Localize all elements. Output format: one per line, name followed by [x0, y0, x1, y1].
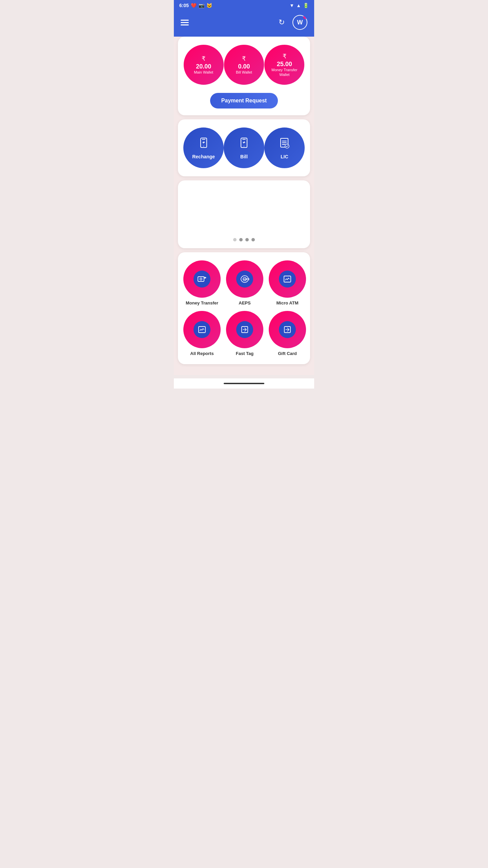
gift-card-label: Gift Card: [278, 351, 297, 356]
lic-service-bubble[interactable]: LIC: [264, 127, 305, 168]
avatar: W: [293, 16, 307, 29]
money-transfer-icon: [194, 271, 210, 288]
recharge-label: Rechange: [192, 154, 215, 159]
service-card: Rechange Bill: [178, 119, 310, 176]
home-indicator: [174, 378, 314, 389]
gift-card-icon: [279, 321, 296, 338]
sim-icon: 📷: [199, 3, 204, 8]
money-transfer-circle: [183, 260, 221, 298]
rupee-icon-main: ₹: [202, 55, 205, 62]
recharge-icon: [198, 137, 210, 151]
features-grid: Money Transfer AEPS AE: [183, 260, 305, 356]
transfer-wallet-bubble[interactable]: ₹ 25.00 Money Transfer Wallet: [264, 45, 304, 85]
all-reports-icon: [194, 321, 210, 338]
features-card: Money Transfer AEPS AE: [178, 252, 310, 364]
gift-card-feature[interactable]: Gift Card: [269, 311, 306, 356]
all-reports-feature[interactable]: All Reports: [183, 311, 221, 356]
signal-icon: ▲: [296, 3, 301, 8]
money-transfer-label: Money Transfer: [186, 300, 218, 305]
bill-wallet-label: Bill Wallet: [234, 70, 254, 75]
lic-label: LIC: [281, 154, 288, 159]
home-bar: [224, 383, 264, 384]
service-bubbles: Rechange Bill: [183, 127, 305, 168]
fast-tag-circle: [226, 311, 263, 348]
main-wallet-amount: 20.00: [196, 63, 211, 70]
fast-tag-label: Fast Tag: [236, 351, 254, 356]
micro-atm-feature[interactable]: Micro ATM: [269, 260, 306, 305]
main-wallet-label: Main Wallet: [192, 70, 215, 75]
banner-card: [178, 180, 310, 248]
rupee-icon-transfer: ₹: [283, 53, 286, 60]
micro-atm-label: Micro ATM: [277, 300, 299, 305]
notification-icon: ❤️: [191, 3, 197, 8]
wallet-card: ₹ 20.00 Main Wallet ₹ 0.00 Bill Wallet ₹…: [178, 37, 310, 115]
rupee-icon-bill: ₹: [242, 55, 246, 62]
money-transfer-feature[interactable]: Money Transfer: [183, 260, 221, 305]
transfer-wallet-label: Money Transfer Wallet: [264, 68, 304, 77]
fast-tag-feature[interactable]: Fast Tag: [226, 311, 263, 356]
gift-card-circle: [269, 311, 306, 348]
hamburger-menu[interactable]: [181, 20, 189, 25]
aeps-circle: AEPS: [226, 260, 263, 298]
micro-atm-icon: [279, 271, 296, 288]
transfer-wallet-amount: 25.00: [277, 61, 292, 68]
carousel-dot-1[interactable]: [233, 238, 237, 241]
payment-request-button[interactable]: Payment Request: [210, 93, 278, 108]
carousel-dots: [233, 238, 255, 241]
all-reports-circle: [183, 311, 221, 348]
aeps-icon: AEPS: [236, 271, 253, 288]
all-reports-label: All Reports: [190, 351, 214, 356]
bill-wallet-bubble[interactable]: ₹ 0.00 Bill Wallet: [224, 45, 264, 85]
profile-avatar-button[interactable]: W: [292, 15, 307, 30]
aeps-feature[interactable]: AEPS AEPS: [226, 260, 263, 305]
refresh-button[interactable]: ↻: [276, 16, 288, 28]
bill-wallet-amount: 0.00: [238, 63, 250, 70]
svg-point-5: [200, 278, 202, 280]
main-content: ₹ 20.00 Main Wallet ₹ 0.00 Bill Wallet ₹…: [174, 37, 314, 375]
svg-rect-4: [198, 277, 204, 281]
main-wallet-bubble[interactable]: ₹ 20.00 Main Wallet: [184, 45, 224, 85]
micro-atm-circle: [269, 260, 306, 298]
battery-icon: 🔋: [303, 3, 309, 8]
bill-label: Bill: [240, 154, 248, 159]
carousel-dot-4[interactable]: [251, 238, 255, 241]
status-bar: 6:05 ❤️ 📷 🐱 ▼ ▲ 🔋: [174, 0, 314, 11]
fast-tag-icon: [236, 321, 253, 338]
svg-text:AEPS: AEPS: [243, 278, 249, 280]
carousel-dot-2[interactable]: [239, 238, 243, 241]
svg-rect-8: [284, 276, 291, 282]
bill-service-bubble[interactable]: Bill: [224, 127, 264, 168]
app-icon: 🐱: [206, 3, 212, 8]
lic-icon: [278, 137, 290, 151]
time-display: 6:05: [179, 3, 189, 8]
carousel-dot-3[interactable]: [245, 238, 249, 241]
svg-rect-9: [199, 327, 205, 333]
aeps-label: AEPS: [239, 300, 250, 305]
nav-bar: ↻ W: [174, 11, 314, 37]
wallet-bubbles: ₹ 20.00 Main Wallet ₹ 0.00 Bill Wallet ₹…: [183, 45, 305, 85]
wifi-icon: ▼: [289, 3, 294, 8]
avatar-notification-dot: [303, 15, 307, 19]
bill-icon: [238, 137, 250, 151]
nav-actions: ↻ W: [276, 15, 307, 30]
recharge-service-bubble[interactable]: Rechange: [183, 127, 224, 168]
